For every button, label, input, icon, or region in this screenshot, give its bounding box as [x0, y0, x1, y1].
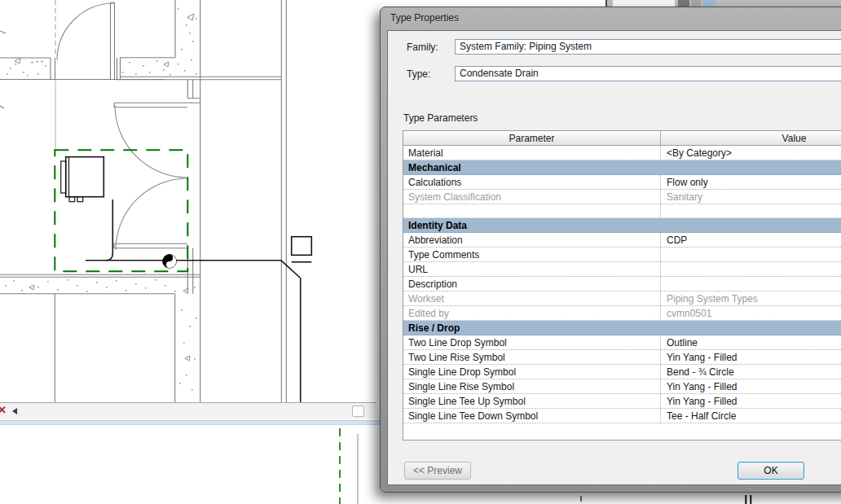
value-cell[interactable]: Yin Yang - Filled [660, 350, 841, 364]
parameter-row: Single Line Drop SymbolBend - ¾ Circle [403, 365, 841, 379]
close-view-icon[interactable]: ✕ [0, 404, 7, 416]
parameter-row: AbbreviationCDP [403, 233, 841, 248]
parameter-cell: Workset [403, 291, 660, 305]
parameter-row: URL [403, 262, 841, 277]
value-cell [660, 204, 841, 217]
selection-box[interactable] [55, 150, 187, 271]
type-value: Condensate Drain [460, 68, 539, 79]
view-splitter-band [0, 420, 380, 425]
scrollbar-thumb[interactable] [352, 405, 364, 417]
parameter-cell: System Classification [403, 190, 660, 204]
condensate-drain-pipe[interactable] [86, 199, 311, 402]
walls [0, 0, 286, 402]
type-parameters-table: Parameter Value Material<By Category>Mec… [403, 130, 841, 440]
parameter-cell: Description [403, 277, 660, 291]
value-cell: cvmn0501 [660, 306, 841, 320]
family-value: System Family: Piping System [460, 41, 592, 52]
parameter-cell: Type Comments [403, 248, 660, 261]
fixture-box[interactable] [292, 237, 312, 256]
ok-button[interactable]: OK [738, 462, 804, 480]
section-label: Rise / Drop [408, 322, 460, 334]
value-cell[interactable] [660, 248, 841, 261]
parameter-cell: Single Line Tee Up Symbol [403, 394, 660, 408]
value-cell[interactable]: <By Category> [660, 146, 841, 160]
value-cell: Sanitary [660, 190, 841, 204]
door-swing-arcs [57, 3, 187, 250]
drawing-horizontal-scrollbar[interactable]: ✕ [0, 402, 376, 419]
application-window: ✕ Type Properties Family: System Family:… [0, 0, 841, 504]
value-cell[interactable]: Yin Yang - Filled [660, 379, 841, 393]
value-cell[interactable]: Flow only [660, 175, 841, 189]
parameter-cell: Abbreviation [403, 233, 660, 247]
strip-fragment-gray [691, 0, 701, 7]
value-cell[interactable]: Tee - Half Circle [660, 409, 841, 423]
parameter-cell: Calculations [403, 175, 660, 189]
parameter-row: Single Line Tee Down SymbolTee - Half Ci… [403, 409, 841, 423]
parameter-cell: Two Line Drop Symbol [403, 335, 660, 349]
parameter-cell: Material [403, 146, 660, 160]
parameter-cell: Single Line Drop Symbol [403, 365, 660, 379]
section-label: Mechanical [408, 162, 461, 173]
value-column-header[interactable]: Value [660, 131, 841, 145]
scroll-left-arrow-icon[interactable] [12, 408, 17, 414]
parameter-cell: Single Line Tee Down Symbol [403, 409, 660, 423]
parameter-cell: Edited by [403, 306, 660, 320]
dialog-client-area: Family: System Family: Piping System Typ… [387, 30, 841, 485]
value-cell: Piping System Types [660, 291, 841, 305]
parameter-cell: URL [403, 262, 660, 276]
section-header-row: Identity Data [403, 218, 841, 233]
type-dropdown[interactable]: Condensate Drain [455, 66, 841, 81]
parameter-cell: Two Line Rise Symbol [403, 350, 660, 364]
spacer-row [403, 204, 841, 218]
dialog-titlebar[interactable]: Type Properties [381, 7, 841, 30]
parameter-cell: Single Line Rise Symbol [403, 379, 660, 393]
parameter-cell [403, 204, 660, 217]
parameter-row: Edited bycvmn0501 [403, 306, 841, 321]
strip-fragment-dark [678, 0, 689, 7]
strip-fragment-blue [702, 0, 716, 7]
value-cell[interactable]: Yin Yang - Filled [660, 394, 841, 408]
section-header-row: Rise / Drop [403, 321, 841, 335]
parameter-row: System ClassificationSanitary [403, 190, 841, 204]
value-cell[interactable]: CDP [660, 233, 841, 247]
value-cell[interactable] [660, 277, 841, 291]
dialog-title: Type Properties [390, 12, 459, 24]
preview-button[interactable]: << Preview [404, 462, 471, 480]
parameter-column-header[interactable]: Parameter [403, 131, 660, 145]
value-cell[interactable]: Outline [660, 335, 841, 349]
yin-yang-rise-symbol[interactable] [163, 255, 177, 269]
background-app-strip [607, 0, 841, 7]
parameter-row: CalculationsFlow only [403, 175, 841, 190]
type-parameters-caption: Type Parameters [403, 112, 478, 124]
mechanical-equipment[interactable] [61, 157, 104, 202]
table-header-row: Parameter Value [403, 131, 841, 146]
strip-divider [605, 0, 607, 7]
family-label: Family: [407, 42, 438, 53]
parameter-row: Two Line Drop SymbolOutline [403, 335, 841, 350]
parameter-row: Two Line Rise SymbolYin Yang - Filled [403, 350, 841, 365]
parameter-row: Description [403, 277, 841, 291]
parameter-row: Material<By Category> [403, 146, 841, 160]
section-label: Identity Data [408, 220, 467, 231]
type-properties-dialog: Type Properties Family: System Family: P… [380, 7, 841, 493]
type-parameters-rows: Material<By Category>MechanicalCalculati… [403, 146, 841, 423]
value-cell[interactable]: Bend - ¾ Circle [660, 365, 841, 379]
type-label: Type: [407, 68, 430, 80]
strip-panel [613, 0, 675, 7]
value-cell[interactable] [660, 262, 841, 276]
parameter-row: Type Comments [403, 248, 841, 262]
parameter-row: Single Line Tee Up SymbolYin Yang - Fill… [403, 394, 841, 409]
parameter-row: Single Line Rise SymbolYin Yang - Filled [403, 379, 841, 394]
section-header-row: Mechanical [403, 160, 841, 175]
parameter-row: WorksetPiping System Types [403, 291, 841, 306]
family-dropdown[interactable]: System Family: Piping System [455, 39, 841, 55]
